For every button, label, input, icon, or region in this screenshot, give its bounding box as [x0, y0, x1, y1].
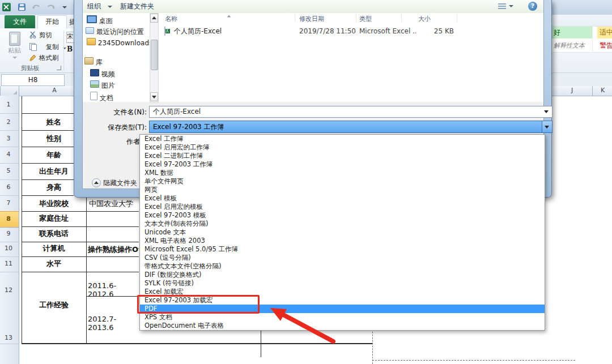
style-warning[interactable]: 警告	[597, 40, 612, 52]
file-type-option[interactable]: Microsoft Excel 5.0/95 工作簿	[140, 245, 545, 254]
bold-button[interactable]: B	[67, 45, 74, 54]
column-header-j[interactable]: J	[551, 86, 593, 96]
file-type-option[interactable]: 网页	[140, 186, 545, 194]
file-type-cell: Microsoft Excel ...	[359, 27, 416, 36]
file-type-option[interactable]: Excel 工作簿	[140, 135, 545, 143]
style-good[interactable]: 好	[551, 27, 593, 38]
scroll-up-icon	[152, 16, 156, 19]
organize-label: 组织	[87, 2, 101, 10]
views-icon[interactable]	[498, 3, 506, 9]
sheet-label: 家庭住址	[23, 213, 85, 224]
column-header-date[interactable]: 修改日期	[299, 14, 324, 24]
tab-file[interactable]: 文件	[5, 15, 35, 28]
sidebar-item-recent-places[interactable]: 最近访问的位置	[86, 27, 144, 37]
column-header-type[interactable]: 类型	[359, 14, 372, 24]
tab-home[interactable]: 开始	[37, 15, 67, 29]
scroll-down-button[interactable]	[150, 92, 158, 101]
row-number[interactable]: 12	[0, 286, 17, 294]
file-type-option[interactable]: XML 数据	[140, 169, 545, 177]
excel-logo-icon[interactable]	[2, 3, 11, 11]
name-box[interactable]: H8	[1, 74, 65, 86]
organize-button[interactable]: 组织	[87, 0, 101, 12]
row-number[interactable]: 5	[0, 167, 17, 174]
row-number[interactable]: 13	[0, 334, 17, 341]
page-break-hline	[372, 360, 575, 361]
redo-icon[interactable]	[46, 3, 56, 11]
row-number[interactable]: 2	[0, 118, 17, 126]
undo-icon[interactable]	[32, 3, 41, 11]
cut-button[interactable]: 剪切	[29, 31, 63, 40]
sidebar-item-label: 图片	[101, 82, 115, 89]
select-all-triangle	[13, 91, 17, 95]
sheet-label: 水平	[23, 259, 85, 269]
file-type-option[interactable]: Excel 模板	[140, 194, 545, 203]
column-header-size[interactable]: 大小	[418, 14, 431, 24]
format-painter-button[interactable]: 格式刷	[29, 54, 70, 63]
row-number[interactable]: 1	[0, 101, 17, 108]
dialog-launcher-icon[interactable]	[57, 66, 61, 70]
sidebar-item-documents[interactable]: 文档	[90, 92, 113, 102]
file-type-option[interactable]: SYLK (符号链接)	[140, 279, 545, 288]
save-type-combobox[interactable]: Excel 97-2003 工作簿	[149, 121, 552, 133]
cell-styles-gallery: 好 适中 解释性文本 警告	[551, 26, 612, 53]
style-explanatory[interactable]: 解释性文本	[551, 40, 593, 52]
paste-button[interactable]: 粘贴	[4, 31, 25, 63]
file-type-option[interactable]: 文本文件(制表符分隔)	[140, 220, 545, 228]
save-type-arrow-button[interactable]	[542, 121, 552, 132]
file-name-dropdown-icon[interactable]	[544, 110, 549, 113]
page-break-vline	[372, 329, 373, 364]
organize-caret-icon	[108, 6, 112, 8]
file-type-option[interactable]: Excel 启用宏的模板	[140, 203, 545, 211]
file-row[interactable]: 个人简历-Excel 2019/7/28 11:50 Microsoft Exc…	[158, 27, 543, 37]
file-type-option[interactable]: 带格式文本文件(空格分隔)	[140, 262, 545, 271]
file-type-option[interactable]: DIF (数据交换格式)	[140, 271, 545, 279]
nav-sidebar: 桌面 最近访问的位置 2345Downloads 库	[83, 13, 150, 102]
cut-label: 剪切	[39, 31, 52, 39]
file-size-cell: 25 KB	[415, 27, 454, 36]
save-type-label: 保存类型(T):	[87, 123, 147, 132]
annotation-rectangle	[137, 295, 260, 314]
copy-button[interactable]: 复制	[29, 42, 68, 52]
row-number[interactable]: 8	[0, 215, 17, 222]
file-name-input[interactable]: 个人简历-Excel	[149, 106, 552, 118]
row-number[interactable]: 6	[0, 183, 17, 191]
file-type-option[interactable]: Excel 97-2003 模板	[140, 211, 545, 220]
file-type-option[interactable]: 单个文件网页	[140, 177, 545, 186]
file-type-option[interactable]: Excel 97-2003 工作簿	[140, 160, 545, 169]
sidebar-item-downloads[interactable]: 2345Downloads	[87, 38, 150, 48]
file-type-option[interactable]: Excel 二进制工作簿	[140, 152, 545, 160]
library-icon	[84, 57, 94, 65]
collapse-circle-icon	[92, 178, 101, 187]
file-type-option[interactable]: XML 电子表格 2003	[140, 237, 545, 245]
file-list: 名称 修改日期 类型 大小 个人简历-Excel 2019/7/28 11:50…	[158, 13, 543, 102]
row-number[interactable]: 3	[0, 135, 17, 142]
row-number[interactable]: 9	[0, 230, 17, 237]
row-number[interactable]: 7	[0, 199, 17, 207]
new-folder-button[interactable]: 新建文件夹	[120, 0, 154, 12]
views-caret-icon[interactable]	[509, 5, 513, 7]
row-number[interactable]: 4	[0, 151, 17, 158]
sidebar-item-desktop[interactable]: 桌面	[87, 15, 113, 26]
scroll-up-button[interactable]	[150, 14, 158, 23]
column-header-name[interactable]: 名称	[165, 14, 177, 24]
file-type-option[interactable]: Unicode 文本	[140, 228, 545, 237]
file-type-option[interactable]: CSV (逗号分隔)	[140, 254, 545, 262]
file-type-option[interactable]: Excel 启用宏的工作簿	[140, 143, 545, 152]
select-all-corner[interactable]	[0, 86, 20, 96]
save-icon[interactable]	[18, 3, 26, 11]
help-icon[interactable]	[528, 2, 537, 11]
sidebar-item-label: 视频	[101, 70, 115, 78]
collapse-arrow-icon	[94, 181, 99, 184]
sidebar-item-libraries[interactable]: 库	[84, 57, 103, 67]
format-painter-label: 格式刷	[39, 54, 59, 62]
annotation-arrow	[255, 300, 346, 348]
style-neutral[interactable]: 适中	[597, 27, 612, 38]
qat-customize-icon[interactable]	[62, 6, 67, 8]
row-number[interactable]: 11	[0, 260, 17, 267]
sidebar-item-pictures[interactable]: 图片	[90, 80, 115, 91]
sidebar-item-videos[interactable]: 视频	[90, 69, 115, 79]
row-number[interactable]: 10	[0, 245, 17, 252]
tab-insert-partial[interactable]: 插	[69, 18, 74, 28]
group-separator	[63, 31, 64, 70]
column-header-k[interactable]: K	[592, 86, 612, 96]
